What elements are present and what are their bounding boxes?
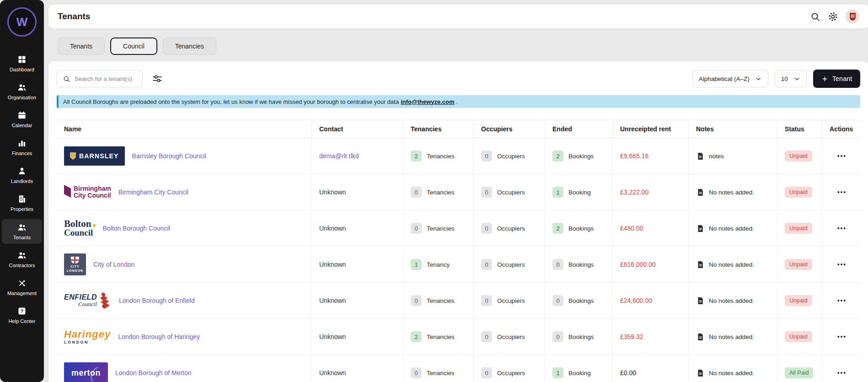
row-actions-menu-button[interactable]: [835, 188, 848, 197]
note-document-icon: [696, 224, 705, 233]
occupiers-label: Occupiers: [497, 334, 525, 340]
ended-label: Bookings: [568, 225, 594, 232]
council-name-link[interactable]: City of London: [93, 261, 134, 268]
council-name-link[interactable]: London Borough of Haringey: [118, 333, 200, 340]
user-avatar[interactable]: [846, 10, 859, 23]
sidebar-item-organisation[interactable]: Organisation: [2, 79, 42, 104]
banner-suffix: .: [456, 98, 458, 105]
add-tenant-button-label: Tenant: [832, 75, 852, 82]
council-logo: ENFIELD Council: [64, 290, 112, 312]
tenant-search-input[interactable]: [75, 75, 137, 82]
row-actions-menu-button[interactable]: [835, 260, 848, 269]
table-body: BARNSLEY Barnsley Borough Council dema@r…: [57, 138, 860, 382]
page-size-dropdown[interactable]: 10: [775, 70, 807, 87]
tenancies-count-badge: 0: [411, 187, 422, 198]
tab-council[interactable]: Council: [110, 38, 157, 55]
sidebar-item-management[interactable]: Management: [2, 275, 42, 300]
sidebar-item-label: Contractors: [9, 263, 35, 268]
ended-label: Bookings: [568, 261, 594, 268]
table-row: merton London Borough of Merton Unknown …: [57, 355, 860, 382]
council-name-link[interactable]: London Borough of Merton: [115, 369, 192, 377]
unreceipted-rent-value: £24,600.00: [620, 297, 652, 304]
notes-cell[interactable]: No notes added.: [689, 319, 777, 355]
banner-email-link[interactable]: info@thewyze.com: [401, 98, 454, 105]
sidebar-item-finances[interactable]: Finances: [2, 135, 42, 160]
column-header-contact: Contact: [312, 120, 403, 138]
row-actions-menu-button[interactable]: [835, 224, 848, 233]
tabs: Tenants Council Tenancies: [58, 38, 868, 55]
row-actions-menu-button[interactable]: [835, 368, 848, 377]
council-logo-text: Haringey: [64, 329, 111, 339]
row-actions-menu-button[interactable]: [835, 332, 848, 341]
occupiers-count-badge: 0: [481, 187, 492, 198]
status-badge: Unpaid: [785, 187, 812, 198]
status-badge: Unpaid: [785, 259, 812, 270]
tenant-search-box[interactable]: [57, 70, 143, 87]
contact-email-link[interactable]: dema@rlr.tlkd: [319, 152, 359, 160]
column-header-occupiers: Occupiers: [474, 120, 545, 138]
ended-label: Booking: [568, 370, 591, 377]
filter-sliders-icon[interactable]: [152, 73, 163, 84]
unreceipted-rent-value: £616,000.00: [620, 261, 656, 268]
notes-cell[interactable]: No notes added.: [689, 283, 777, 318]
occupiers-count-badge: 0: [481, 331, 492, 342]
add-tenant-button[interactable]: Tenant: [813, 70, 861, 88]
row-actions-menu-button[interactable]: [835, 151, 848, 161]
ended-label: Bookings: [568, 334, 594, 340]
table-row: Bolton Council Bolton Borough Council Un…: [57, 210, 860, 247]
occupiers-label: Occupiers: [497, 153, 525, 160]
occupiers-label: Occupiers: [497, 297, 525, 304]
tab-tenancies[interactable]: Tenancies: [163, 38, 216, 55]
tenancies-label: Tenancies: [427, 334, 455, 340]
council-name-link[interactable]: Barnsley Borough Council: [132, 152, 206, 160]
organisation-people-icon: [17, 83, 27, 92]
table-row: ENFIELD Council London Borough of Enfiel…: [57, 283, 860, 319]
sort-dropdown[interactable]: Alphabetical (A–Z): [692, 70, 768, 87]
sidebar-item-contractors[interactable]: Contractors: [2, 247, 42, 272]
help-center-icon: ?: [17, 307, 27, 316]
notes-cell[interactable]: notes: [689, 138, 777, 174]
note-document-icon: [696, 369, 705, 377]
tenancies-count-badge: 2: [411, 151, 422, 161]
sidebar-item-help-center[interactable]: ? Help Center: [2, 303, 42, 328]
info-banner: All Council Boroughs are preloaded onto …: [57, 95, 860, 108]
notes-cell[interactable]: No notes added.: [689, 210, 777, 246]
unreceipted-rent-value: £9,665.16: [620, 152, 648, 160]
chevron-down-icon: [755, 75, 762, 82]
sidebar-item-dashboard[interactable]: Dashboard: [2, 51, 42, 76]
settings-gear-icon[interactable]: [828, 11, 838, 22]
council-logo-subtext: Council: [64, 229, 93, 237]
page-title: Tenants: [58, 11, 90, 22]
sidebar-item-calendar[interactable]: Calendar: [2, 107, 42, 132]
notes-text: No notes added.: [709, 297, 754, 304]
unreceipted-rent-value: £0.00: [620, 369, 636, 377]
council-name-link[interactable]: Birmingham City Council: [118, 188, 188, 196]
council-logo: Bolton Council: [64, 217, 96, 239]
occupiers-count-badge: 0: [481, 151, 492, 161]
tab-tenants[interactable]: Tenants: [58, 38, 105, 55]
tenancies-label: Tenancies: [427, 225, 455, 232]
council-name-link[interactable]: Bolton Borough Council: [103, 225, 170, 232]
occupiers-count-badge: 0: [481, 367, 492, 378]
ended-count-badge: 2: [552, 223, 563, 234]
status-badge: Unpaid: [785, 295, 812, 306]
notes-cell[interactable]: No notes added.: [689, 247, 777, 282]
occupiers-label: Occupiers: [497, 225, 525, 232]
sidebar-item-label: Management: [7, 291, 37, 296]
council-name-link[interactable]: London Borough of Enfield: [119, 297, 195, 304]
notes-cell[interactable]: No notes added.: [689, 174, 777, 210]
sidebar: W Dashboard Organisation Calendar Financ…: [0, 0, 44, 382]
tenancies-count-badge: 0: [411, 367, 422, 378]
sidebar-item-properties[interactable]: Properties: [2, 191, 42, 215]
banner-body: All Council Boroughs are preloaded onto …: [59, 95, 462, 108]
topbar: Tenants: [48, 5, 868, 28]
council-logo-text: merton: [71, 368, 101, 378]
notes-cell[interactable]: No notes added.: [689, 355, 777, 382]
council-logo-text: Bolton: [64, 220, 96, 228]
sidebar-item-tenants[interactable]: Tenants: [2, 219, 42, 244]
search-icon[interactable]: [810, 11, 820, 22]
sidebar-item-landlords[interactable]: Landlords: [2, 163, 42, 188]
row-actions-menu-button[interactable]: [835, 296, 848, 305]
sort-dropdown-value: Alphabetical (A–Z): [699, 75, 750, 82]
table-row: Haringey LONDON London Borough of Haring…: [57, 319, 860, 355]
